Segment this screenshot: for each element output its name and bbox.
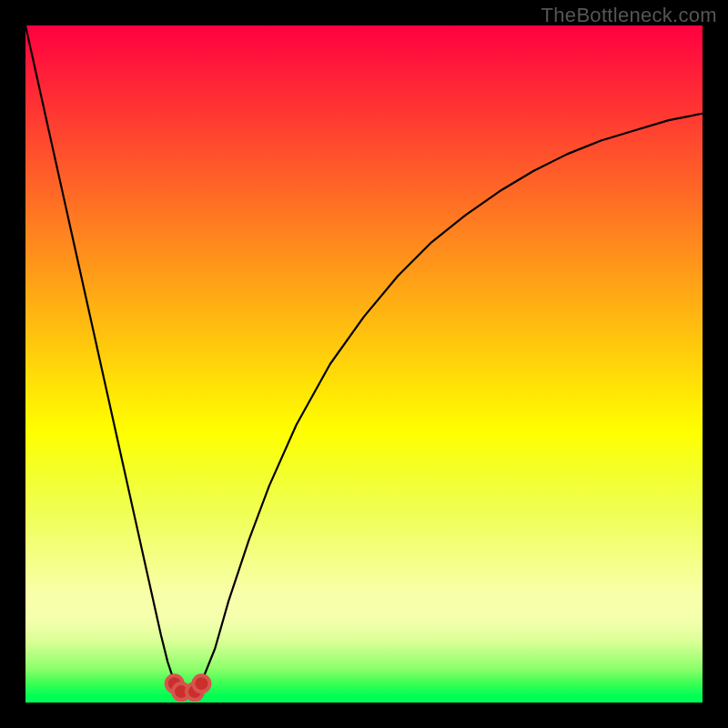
bottleneck-curve bbox=[25, 25, 703, 694]
plot-area bbox=[25, 25, 703, 703]
watermark-text: TheBottleneck.com bbox=[541, 4, 717, 27]
marker-dot-inner bbox=[195, 677, 207, 690]
chart-frame: TheBottleneck.com bbox=[0, 0, 728, 728]
minimum-markers bbox=[165, 673, 212, 702]
curve-svg bbox=[25, 25, 703, 703]
